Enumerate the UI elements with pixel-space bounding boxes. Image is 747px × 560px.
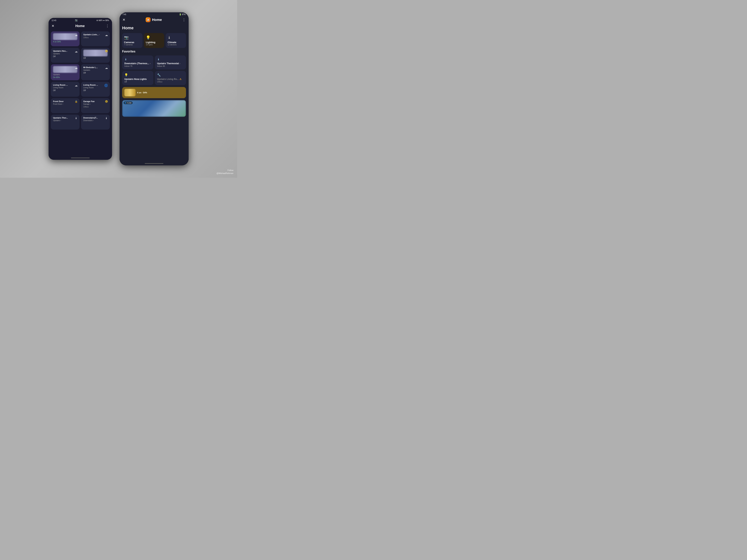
card7-sub: Living Room [53,87,77,89]
scene: 12:43 📷 ⚙ WiFi ▪▪▪ 90% ✕ Home ⋮ ☁ 4 on 5… [0,0,237,178]
phone1-camera-notch: 📷 [75,19,78,22]
card3-status: Off [53,55,77,57]
fav-hexa-label: Upstairs Hexa Lights [124,78,151,80]
fav-hexa-sub: Off [124,81,151,83]
cameras-icon: 📷 [124,35,140,40]
favorites-grid: 🌡 Downstairs (Thermos... › Indoor 79 🌡 U… [122,55,186,85]
card11-sub: Upstairs › [53,119,77,122]
card1-icon: ☁ [75,33,78,37]
card6-sub: Upstairs [83,69,108,71]
card12-label: Downstairs(T... [83,116,108,119]
device-card-4[interactable]: 😐 Off [81,48,110,63]
phone1-screen: ☁ 4 on 54% ☁ Upstairs Livin... › Offline… [49,30,112,156]
card4-icon: 😐 [105,50,108,52]
fav-downstairs-label: Downstairs (Thermos... › [124,62,151,65]
phone2-right-icons: 🔋 87% [179,14,186,16]
card8-label: Living Room ... [83,84,108,86]
device-card-12[interactable]: 🌡 Downstairs(T... Downstairs › [81,115,110,130]
live-dot [125,102,126,103]
fav-living-sub: Offline [157,81,184,83]
device-card-6[interactable]: ☁ Mi Bedside L... Upstairs Off [81,64,110,80]
device-card-2[interactable]: ☁ Upstairs Livin... › Offline [81,31,110,46]
card7-label: Living Room ... [53,84,77,86]
climate-label: Climate [168,41,184,44]
card5-sub: Upstairs [53,74,77,76]
phone1-menu-icon[interactable]: ⋮ [106,24,109,28]
phone2-time: 7:45 [123,14,126,16]
phone2-nav-bar [120,162,189,165]
lighting-icon: 💡 [146,35,162,40]
phone-2: 7:45 🔋 87% ✕ 🏠 Home ⋮ Home 📷 Cameras 7 c… [120,12,189,165]
group-card[interactable]: 4 on · 54% [122,87,186,98]
card7-status: Off [53,89,77,91]
fav-upstairs-thermo-sub: Indoor 80 [157,65,184,67]
card9-sub: Front Door › [53,103,77,105]
phone1-title: Home [75,24,85,28]
cameras-sub: 7 cameras [124,44,140,46]
device-card-8[interactable]: 🌀 Living Room ... Living Room Off [81,82,110,97]
card6-status: Off [83,72,108,74]
fav-upstairs-living[interactable]: 🔧 Upstairs Living Ro... ⚠ Offline [155,71,186,85]
device-card-9[interactable]: 🔒 Front Door Front Door › [51,98,80,113]
phone1-time: 12:43 [52,20,56,22]
fav-downstairs-sub: Indoor 79 [124,65,151,67]
card11-label: Upstairs Ther... [53,116,77,119]
phone1-nav-pill [71,158,89,158]
fav-downstairs-icon: 🌡 [124,58,151,61]
fav-upstairs-thermo[interactable]: 🌡 Upstairs Thermostat › Indoor 80 [155,55,186,70]
live-camera-card[interactable]: ● Live [122,100,186,117]
climate-icon: 🌡 [168,35,184,40]
card5-icon: ☁ [75,66,78,70]
device-card-1[interactable]: ☁ 4 on 54% [51,31,80,46]
phone1-device-grid: ☁ 4 on 54% ☁ Upstairs Livin... › Offline… [51,31,110,130]
card5-status: On 65% [53,76,77,78]
watermark-line2: @MishaalRahman [216,172,233,175]
card6-icon: ☁ [105,66,108,70]
card8-status: Off [83,89,108,91]
fav-living-label: Upstairs Living Ro... ⚠ [157,78,184,80]
phone2-top-bar: ✕ 🏠 Home ⋮ [120,17,189,24]
device-card-7[interactable]: ☁ Living Room ... Living Room Off [51,82,80,97]
card12-sub: Downstairs › [83,119,108,122]
card10-label: Garage Fan [83,100,108,103]
fav-upstairs-hexa[interactable]: 💡 Upstairs Hexa Lights Off [122,71,153,85]
device-card-3[interactable]: ☁ Upstairs Hex... Upstairs Off [51,48,80,63]
climate-sub: 12 devices [168,44,184,46]
card3-sub: Upstairs [53,53,77,55]
phone2-title: 🏠 Home [146,17,162,22]
phone2-menu-icon[interactable]: ⋮ [182,18,186,22]
card10-sub: Garage › [83,103,108,105]
phone2-close-icon[interactable]: ✕ [123,18,125,22]
phone-1: 12:43 📷 ⚙ WiFi ▪▪▪ 90% ✕ Home ⋮ ☁ 4 on 5… [49,18,112,160]
phone1-nav-bar [49,156,112,160]
card9-icon: 🔒 [75,100,78,103]
lighting-sub: 18 lights [146,44,162,46]
lighting-label: Lighting [146,41,162,44]
card3-icon: ☁ [75,50,78,53]
category-lighting[interactable]: 💡 Lighting 18 lights [144,33,164,48]
card9-label: Front Door [53,100,77,103]
live-badge: ● Live [124,102,133,104]
card1-status: 4 on 54% [53,41,77,43]
phone2-screen: Home 📷 Cameras 7 cameras 💡 Lighting 18 l… [120,24,189,162]
phone2-app-icon: 🏠 [146,17,151,22]
phone2-page-title: Home [122,26,186,31]
phone2-nav-pill [145,163,163,164]
card2-status: Offline [83,36,108,38]
fav-downstairs-thermo[interactable]: 🌡 Downstairs (Thermos... › Indoor 79 [122,55,153,70]
phone1-close-icon[interactable]: ✕ [52,24,54,28]
card8-sub: Living Room [83,87,108,89]
category-climate[interactable]: 🌡 Climate 12 devices [166,33,186,48]
card8-icon: 🌀 [104,84,108,87]
category-grid: 📷 Cameras 7 cameras 💡 Lighting 18 lights… [122,33,186,48]
card10-status: Offline [83,106,108,108]
watermark: Follow @MishaalRahman [216,169,233,175]
device-card-11[interactable]: 🌡 Upstairs Ther... Upstairs › [51,115,80,130]
category-cameras[interactable]: 📷 Cameras 7 cameras [122,33,143,48]
phone1-right-icons: ⚙ WiFi ▪▪▪ 90% [96,20,109,22]
card11-icon: 🌡 [75,116,78,120]
fav-living-icon: 🔧 [157,73,184,77]
device-card-5[interactable]: ☁ Upstairs On 65% [51,64,80,80]
device-card-10[interactable]: 😐 Garage Fan Garage › Offline [81,98,110,113]
card2-label: Upstairs Livin... › [83,33,108,36]
